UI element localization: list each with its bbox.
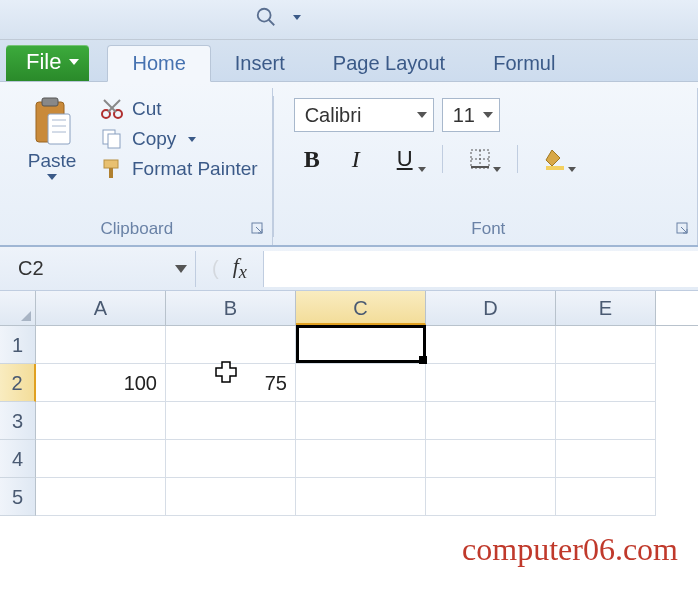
titlebar: [0, 0, 698, 40]
name-box-value: C2: [18, 257, 44, 280]
borders-button[interactable]: [457, 142, 503, 176]
cell[interactable]: [556, 440, 656, 478]
column-header-b[interactable]: B: [166, 291, 296, 325]
cell[interactable]: [296, 440, 426, 478]
cell[interactable]: [36, 326, 166, 364]
quick-access-toolbar: [255, 6, 301, 28]
cell[interactable]: [426, 440, 556, 478]
svg-rect-14: [104, 160, 118, 168]
borders-icon: [469, 148, 491, 170]
paste-icon: [30, 96, 74, 148]
svg-rect-4: [48, 114, 70, 144]
name-box[interactable]: C2: [0, 251, 196, 287]
row-header-1[interactable]: 1: [0, 326, 36, 364]
svg-line-1: [269, 20, 275, 26]
format-painter-icon: [100, 158, 124, 180]
row-header-5[interactable]: 5: [0, 478, 36, 516]
cell[interactable]: [296, 326, 426, 364]
cell[interactable]: [166, 402, 296, 440]
cut-label: Cut: [132, 98, 162, 120]
cell-a2[interactable]: 100: [36, 364, 166, 402]
bold-icon: B: [304, 146, 320, 173]
cut-button[interactable]: Cut: [100, 98, 258, 120]
underline-icon: U: [397, 146, 413, 172]
svg-point-0: [258, 9, 271, 22]
table-row: 1: [0, 326, 698, 364]
cancel-formula-icon[interactable]: (: [212, 257, 219, 280]
italic-icon: I: [352, 146, 360, 173]
cut-icon: [100, 98, 124, 120]
file-tab[interactable]: File: [6, 45, 89, 81]
column-header-d[interactable]: D: [426, 291, 556, 325]
fill-color-icon: [544, 148, 566, 170]
cell[interactable]: [296, 402, 426, 440]
clipboard-group: Paste Cut: [6, 88, 273, 245]
row-header-4[interactable]: 4: [0, 440, 36, 478]
cell[interactable]: [166, 326, 296, 364]
copy-label: Copy: [132, 128, 176, 150]
column-header-e[interactable]: E: [556, 291, 656, 325]
font-group: Calibri 11 B I U: [284, 88, 698, 245]
svg-rect-3: [42, 98, 58, 106]
paste-dropdown-icon[interactable]: [47, 174, 57, 180]
select-all-corner[interactable]: [0, 291, 36, 325]
bold-button[interactable]: B: [294, 142, 330, 176]
font-group-title: Font: [294, 215, 683, 245]
font-size-value: 11: [453, 104, 475, 127]
table-row: 4: [0, 440, 698, 478]
copy-icon: [100, 128, 124, 150]
font-size-combo[interactable]: 11: [442, 98, 500, 132]
cell[interactable]: [426, 326, 556, 364]
chevron-down-icon: [483, 112, 493, 118]
zoom-icon[interactable]: [255, 6, 277, 28]
copy-button[interactable]: Copy: [100, 128, 258, 150]
fill-color-button[interactable]: [532, 142, 578, 176]
svg-rect-21: [546, 166, 564, 170]
cell[interactable]: [426, 364, 556, 402]
cell[interactable]: [426, 478, 556, 516]
tab-formulas[interactable]: Formul: [469, 46, 579, 81]
cell[interactable]: [556, 364, 656, 402]
cell[interactable]: [166, 440, 296, 478]
clipboard-dialog-launcher[interactable]: [250, 221, 266, 237]
tab-home[interactable]: Home: [107, 45, 210, 82]
font-dialog-launcher[interactable]: [675, 221, 691, 237]
cell[interactable]: [556, 402, 656, 440]
formula-input[interactable]: [263, 251, 698, 287]
column-header-c[interactable]: C: [296, 291, 426, 325]
cell[interactable]: [36, 478, 166, 516]
underline-button[interactable]: U: [382, 142, 428, 176]
font-name-combo[interactable]: Calibri: [294, 98, 434, 132]
formula-bar: C2 ( fx: [0, 247, 698, 291]
ribbon-tabs: File Home Insert Page Layout Formul: [0, 40, 698, 82]
ribbon: Paste Cut: [0, 82, 698, 247]
cell-b2[interactable]: 75: [166, 364, 296, 402]
column-headers: A B C D E: [0, 291, 698, 326]
tab-page-layout[interactable]: Page Layout: [309, 46, 469, 81]
column-header-a[interactable]: A: [36, 291, 166, 325]
cell[interactable]: [556, 478, 656, 516]
copy-dropdown-icon[interactable]: [188, 137, 196, 142]
clipboard-group-title: Clipboard: [16, 215, 258, 245]
cell[interactable]: [166, 478, 296, 516]
format-painter-label: Format Painter: [132, 158, 258, 180]
row-header-2[interactable]: 2: [0, 364, 36, 402]
italic-button[interactable]: I: [338, 142, 374, 176]
cell[interactable]: [36, 440, 166, 478]
cell[interactable]: [296, 478, 426, 516]
format-painter-button[interactable]: Format Painter: [100, 158, 258, 180]
cell-c2[interactable]: [296, 364, 426, 402]
table-row: 3: [0, 402, 698, 440]
chevron-down-icon: [175, 265, 187, 273]
cell[interactable]: [426, 402, 556, 440]
cell[interactable]: [556, 326, 656, 364]
font-name-value: Calibri: [305, 104, 362, 127]
fx-icon[interactable]: fx: [233, 253, 247, 283]
qat-dropdown-icon[interactable]: [293, 15, 301, 20]
row-header-3[interactable]: 3: [0, 402, 36, 440]
cell[interactable]: [36, 402, 166, 440]
tab-insert[interactable]: Insert: [211, 46, 309, 81]
table-row: 5: [0, 478, 698, 516]
paste-button[interactable]: Paste: [16, 92, 88, 180]
paste-label: Paste: [28, 150, 77, 172]
